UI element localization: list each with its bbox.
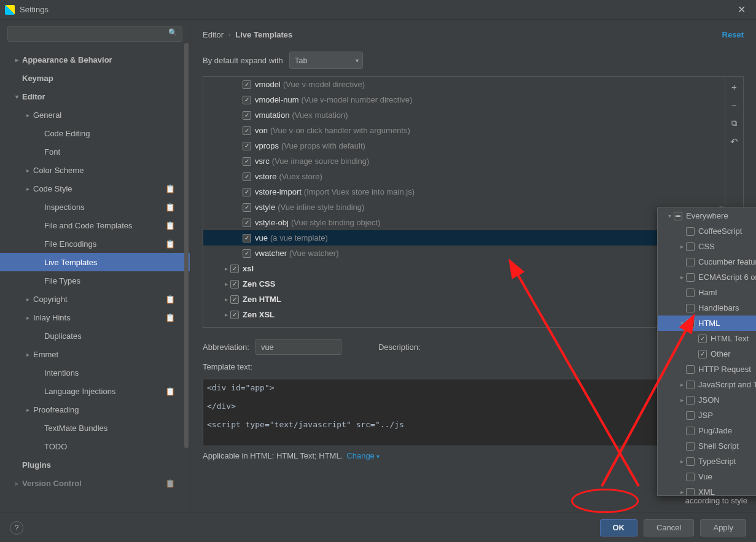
checkbox[interactable] [243, 111, 251, 120]
checkbox[interactable] [686, 227, 695, 236]
checkbox[interactable] [686, 411, 695, 420]
template-row[interactable]: von (Vue v-on click handler with argumen… [203, 123, 725, 138]
remove-icon[interactable]: − [728, 99, 741, 111]
context-item[interactable]: Pug/Jade [658, 423, 756, 438]
template-row[interactable]: vsrc (Vue image source binding) [203, 153, 725, 169]
context-item[interactable]: ▸TypeScript [658, 454, 756, 469]
context-item[interactable]: JSP [658, 408, 756, 423]
template-row[interactable]: vwatcher (Vue watcher) [203, 246, 725, 261]
context-item[interactable]: Other [658, 346, 756, 362]
checkbox[interactable] [686, 488, 695, 497]
template-row[interactable]: vprops (Vue props with default) [203, 138, 725, 153]
template-row[interactable]: vstore (Vuex store) [203, 169, 725, 184]
checkbox[interactable] [686, 473, 695, 481]
reset-link[interactable]: Reset [722, 30, 744, 39]
context-item[interactable]: ▸JSON [658, 392, 756, 408]
apply-button[interactable]: Apply [700, 519, 746, 536]
add-icon[interactable]: + [728, 80, 741, 93]
help-icon[interactable]: ? [10, 521, 23, 535]
checkbox[interactable] [686, 273, 695, 282]
template-row[interactable]: ▸xsl [203, 261, 725, 276]
search-input[interactable] [7, 26, 182, 42]
settings-tree[interactable]: ▸Appearance & BehaviorKeymap▾Editor▸Gene… [0, 48, 190, 513]
checkbox[interactable] [686, 319, 695, 328]
checkbox[interactable] [230, 295, 239, 304]
sidebar-item[interactable]: ▸Version Control📋 [0, 474, 190, 492]
checkbox[interactable] [686, 396, 695, 405]
checkbox[interactable] [686, 442, 695, 451]
context-popup[interactable]: ▾EverywhereCoffeeScript▸CSSCucumber feat… [657, 207, 756, 496]
context-item[interactable]: Shell Script [658, 438, 756, 454]
checkbox[interactable] [674, 212, 682, 220]
checkbox[interactable] [230, 311, 239, 319]
context-item[interactable]: HTML Text [658, 331, 756, 346]
checkbox[interactable] [686, 427, 695, 435]
scrollbar-thumb[interactable] [184, 43, 189, 448]
checkbox[interactable] [686, 242, 695, 251]
context-item[interactable]: CoffeeScript [658, 223, 756, 239]
template-row[interactable]: vstyle (Vue inline style binding) [203, 199, 725, 215]
checkbox[interactable] [230, 280, 239, 288]
close-icon[interactable]: ✕ [731, 4, 751, 15]
template-row[interactable]: vmodel (Vue v-model directive) [203, 77, 725, 92]
context-item[interactable]: Vue [658, 469, 756, 484]
sidebar-item[interactable]: Intentions [0, 363, 190, 382]
context-item[interactable]: ▸CSS [658, 239, 756, 254]
template-row[interactable]: vstore-import (Import Vuex store into ma… [203, 184, 725, 199]
context-item[interactable]: Handlebars [658, 300, 756, 316]
context-item[interactable]: Cucumber feature [658, 254, 756, 269]
checkbox[interactable] [243, 234, 251, 242]
change-context-link[interactable]: Change [346, 451, 379, 460]
templates-list[interactable]: vmodel (Vue v-model directive)vmodel-num… [203, 77, 725, 327]
sidebar-item[interactable]: File Encodings📋 [0, 234, 190, 253]
template-row[interactable]: ▸Zen CSS [203, 276, 725, 292]
sidebar-item[interactable]: File and Code Templates📋 [0, 216, 190, 234]
checkbox[interactable] [686, 258, 695, 266]
template-row[interactable]: ▸Zen XSL [203, 307, 725, 322]
sidebar-item[interactable]: ▸Color Scheme [0, 161, 190, 179]
sidebar-item[interactable]: Inspections📋 [0, 198, 190, 216]
checkbox[interactable] [698, 350, 707, 358]
ok-button[interactable]: OK [600, 519, 638, 536]
checkbox[interactable] [243, 157, 251, 166]
sidebar-item[interactable]: ▸Emmet [0, 345, 190, 363]
sidebar-item[interactable]: Language Injections📋 [0, 382, 190, 400]
breadcrumb-root[interactable]: Editor [203, 30, 224, 39]
checkbox[interactable] [243, 80, 251, 89]
sidebar-item[interactable]: ▸Inlay Hints📋 [0, 308, 190, 327]
sidebar-item[interactable]: Code Editing [0, 124, 190, 142]
sidebar-item[interactable]: TODO [0, 437, 190, 455]
context-item[interactable]: HTTP Request [658, 362, 756, 377]
sidebar-item[interactable]: Plugins [0, 455, 190, 474]
sidebar-item[interactable]: Duplicates [0, 327, 190, 345]
sidebar-item[interactable]: ▸General [0, 106, 190, 124]
checkbox[interactable] [243, 219, 251, 227]
template-row[interactable]: vmodel-num (Vue v-model number directive… [203, 92, 725, 107]
checkbox[interactable] [686, 288, 695, 297]
sidebar-item[interactable]: ▸Copyright📋 [0, 290, 190, 308]
cancel-button[interactable]: Cancel [644, 519, 694, 536]
context-item[interactable]: ▸XML [658, 484, 756, 496]
template-row[interactable]: ▸Zen HTML [203, 292, 725, 307]
checkbox[interactable] [686, 365, 695, 374]
checkbox[interactable] [243, 126, 251, 135]
checkbox[interactable] [243, 203, 251, 212]
checkbox[interactable] [243, 188, 251, 196]
abbreviation-input[interactable] [255, 339, 341, 355]
sidebar-item[interactable]: ▸Appearance & Behavior [0, 50, 190, 69]
checkbox[interactable] [243, 142, 251, 150]
expand-with-select[interactable]: Tab [289, 52, 363, 69]
context-item[interactable]: ▸JavaScript and TypeScript [658, 377, 756, 392]
checkbox[interactable] [686, 381, 695, 389]
checkbox[interactable] [230, 265, 239, 273]
checkbox[interactable] [243, 249, 251, 258]
checkbox[interactable] [243, 96, 251, 104]
copy-icon[interactable]: ⧉ [728, 117, 741, 130]
checkbox[interactable] [243, 172, 251, 181]
template-row[interactable]: vue (a vue template) [203, 230, 725, 246]
context-item[interactable]: ▾HTML [658, 316, 756, 331]
context-item[interactable]: ▸ECMAScript 6 or higher [658, 269, 756, 285]
template-row[interactable]: vstyle-obj (Vue style binding object) [203, 215, 725, 230]
context-item[interactable]: Haml [658, 285, 756, 300]
sidebar-item[interactable]: ▸Proofreading [0, 400, 190, 419]
